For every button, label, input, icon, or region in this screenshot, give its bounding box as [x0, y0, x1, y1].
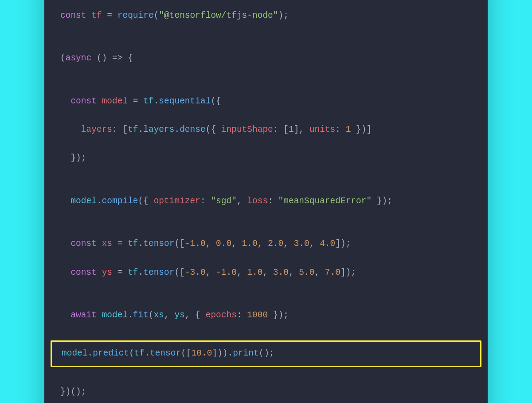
code-line: const model = tf.sequential({ [44, 94, 488, 108]
code-line: const ys = tf.tensor([-3.0, -1.0, 1.0, 3… [44, 265, 488, 280]
code-block: const tf = require("@tensorflow/tfjs-nod… [44, 0, 488, 403]
code-line: layers: [tf.layers.dense({ inputShape: [… [44, 122, 488, 137]
code-line: const xs = tf.tensor([-1.0, 0.0, 1.0, 2.… [44, 237, 488, 251]
code-line: (async () => { [44, 51, 488, 65]
code-window: const tf = require("@tensorflow/tfjs-nod… [44, 0, 488, 403]
code-line: await model.fit(xs, ys, { epochs: 1000 }… [44, 308, 488, 322]
code-line: const tf = require("@tensorflow/tfjs-nod… [44, 8, 488, 23]
code-line: model.compile({ optimizer: "sgd", loss: … [44, 194, 488, 208]
code-line: }); [44, 151, 488, 165]
highlighted-line: model.predict(tf.tensor([10.0])).print()… [51, 340, 481, 367]
code-line: })(); [44, 385, 488, 399]
